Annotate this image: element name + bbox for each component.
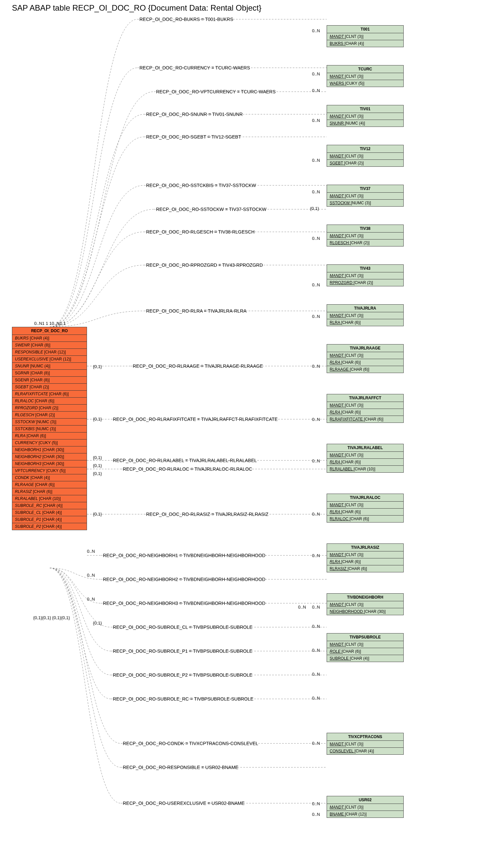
field-waers: WAERS [CUKY (5)]	[327, 80, 403, 87]
entity-header: RECP_OI_DOC_RO	[12, 327, 87, 335]
entity-header: USR02	[327, 796, 403, 804]
field-sstckbis: SSTCKBIS [NUMC (3)]	[12, 426, 87, 433]
entity-header: TIV43	[327, 265, 403, 272]
field-userexclusive: USEREXCLUSIVE [CHAR (12)]	[12, 356, 87, 363]
cardinality-label: 0..N	[87, 597, 95, 601]
cardinality-label: {0,1}	[93, 621, 102, 625]
relation-label: RECP_OI_DOC_RO-NEIGHBORH1 = TIVBDNEIGHBO…	[103, 553, 265, 558]
cardinality-label: {0,1}	[310, 206, 319, 211]
cardinality-label: 0..N	[312, 189, 320, 194]
entity-tivxcptracons: TIVXCPTRACONSMANDT [CLNT (3)]CONSLEVEL […	[327, 733, 404, 755]
cardinality-label: 0..N	[312, 236, 320, 241]
cardinality-label: 0..N	[312, 695, 320, 701]
relation-label: RECP_OI_DOC_RO-RLRALOC = TIVAJRLRALOC-RL…	[123, 466, 252, 472]
field-rlraage: RLRAAGE [CHAR (6)]	[327, 366, 403, 373]
field-sgenr: SGENR [CHAR (8)]	[12, 377, 87, 384]
cardinality-label: {0,1}	[93, 416, 102, 422]
field-neighborh3: NEIGHBORH3 [CHAR (30)]	[12, 460, 87, 467]
field-mandt: MANDT [CLNT (3)]	[327, 312, 403, 319]
entity-t001: T001MANDT [CLNT (3)]BUKRS [CHAR (4)]	[327, 25, 404, 47]
relation-label: RECP_OI_DOC_RO-RESPONSIBLE = USR02-BNAME	[123, 765, 238, 770]
field-bukrs: BUKRS [CHAR (4)]	[327, 40, 403, 47]
cardinality-label: 0..N	[298, 604, 306, 610]
relation-label: RECP_OI_DOC_RO-RLRALABEL = TIVAJRLRALABE…	[113, 458, 257, 463]
field-neighborhood: NEIGHBORHOOD [CHAR (30)]	[327, 608, 403, 615]
field-snunr: SNUNR [NUMC (4)]	[12, 363, 87, 370]
relation-label: RECP_OI_DOC_RO-USEREXCLUSIVE = USR02-BNA…	[123, 801, 245, 806]
field-bname: BNAME [CHAR (12)]	[327, 811, 403, 817]
field-rlraage: RLRAAGE [CHAR (6)]	[12, 481, 87, 488]
cardinality-label: 0..N	[312, 741, 320, 746]
cardinality-label: 0..N	[87, 573, 95, 578]
relation-label: RECP_OI_DOC_RO-RLRA = TIVAJRLRA-RLRA	[146, 308, 247, 314]
cardinality-label: 0..N	[312, 282, 320, 287]
field-rlrafixfitcate: RLRAFIXFITCATE [CHAR (6)]	[12, 391, 87, 398]
cardinality-label: {0,1}	[93, 364, 102, 369]
entity-header: TIV12	[327, 145, 403, 153]
field-subrole_p1: SUBROLE_P1 [CHAR (4)]	[12, 516, 87, 523]
relation-label: RECP_OI_DOC_RO-CONDK = TIVXCPTRACONS-CON…	[123, 741, 258, 746]
relation-label: RECP_OI_DOC_RO-RPROZGRD = TIV43-RPROZGRD	[146, 262, 263, 268]
field-rlralabel: RLRALABEL [CHAR (10)]	[327, 466, 403, 472]
entity-header: TIVBDNEIGHBORH	[327, 594, 403, 601]
field-bukrs: BUKRS [CHAR (4)]	[12, 335, 87, 342]
relation-label: RECP_OI_DOC_RO-SSTOCKW = TIV37-SSTOCKW	[156, 207, 266, 212]
entity-tiv12: TIV12MANDT [CLNT (3)]SGEBT [CHAR (2)]	[327, 145, 404, 167]
entity-header: TIV01	[327, 105, 403, 113]
field-rprozgrd: RPROZGRD [CHAR (2)]	[327, 279, 403, 286]
relation-label: RECP_OI_DOC_RO-SGEBT = TIV12-SGEBT	[146, 134, 241, 140]
cardinality-label: {0,1}	[93, 463, 102, 468]
field-responsible: RESPONSIBLE [CHAR (12)]	[12, 349, 87, 356]
field-mandt: MANDT [CLNT (3)]	[327, 33, 403, 40]
field-mandt: MANDT [CLNT (3)]	[327, 741, 403, 748]
cardinality-label: 0..N	[312, 314, 320, 319]
field-vptcurrency: VPTCURRENCY [CUKY (5)]	[12, 467, 87, 474]
entity-tiv37: TIV37MANDT [CLNT (3)]SSTOCKW [NUMC (3)]	[327, 185, 404, 207]
relation-label: RECP_OI_DOC_RO-RLRAFIXFITCATE = TIVAJRLR…	[113, 416, 278, 422]
relation-label: RECP_OI_DOC_RO-RLGESCH = TIV38-RLGESCH	[146, 229, 255, 235]
field-rlra: RLRA [CHAR (6)]	[327, 359, 403, 366]
field-mandt: MANDT [CLNT (3)]	[327, 193, 403, 199]
field-sgrnr: SGRNR [CHAR (8)]	[12, 370, 87, 377]
field-neighborh2: NEIGHBORH2 [CHAR (30)]	[12, 454, 87, 460]
field-rlra: RLRA [CHAR (6)]	[327, 459, 403, 466]
field-snunr: SNUNR [NUMC (4)]	[327, 120, 403, 127]
field-rlralabel: RLRALABEL [CHAR (10)]	[12, 495, 87, 502]
field-rlra: RLRA [CHAR (6)]	[12, 433, 87, 439]
entity-tiv43: TIV43MANDT [CLNT (3)]RPROZGRD [CHAR (2)]	[327, 265, 404, 286]
cardinality-label: {0,1}	[93, 455, 102, 460]
cardinality-label: 0..N	[312, 624, 320, 629]
entity-usr02: USR02MANDT [CLNT (3)]BNAME [CHAR (12)]	[327, 796, 404, 818]
cardinality-label: 0..N	[312, 364, 320, 369]
field-mandt: MANDT [CLNT (3)]	[327, 601, 403, 608]
entity-header: TIVAJRLRAAGE	[327, 344, 403, 352]
field-rlra: RLRA [CHAR (6)]	[327, 558, 403, 565]
field-sstockw: SSTOCKW [NUMC (3)]	[327, 199, 403, 206]
cardinality-label: 0..N1 1 10..N1 1	[34, 321, 66, 326]
relation-label: RECP_OI_DOC_RO-NEIGHBORH3 = TIVBDNEIGHBO…	[103, 600, 265, 606]
entity-header: T001	[327, 26, 403, 33]
field-subrole_rc: SUBROLE_RC [CHAR (4)]	[12, 502, 87, 509]
relation-label: RECP_OI_DOC_RO-SUBROLE_P1 = TIVBPSUBROLE…	[113, 648, 252, 654]
field-currency: CURRENCY [CUKY (5)]	[12, 439, 87, 446]
field-mandt: MANDT [CLNT (3)]	[327, 502, 403, 508]
cardinality-label: 0..N	[312, 648, 320, 653]
field-mandt: MANDT [CLNT (3)]	[327, 402, 403, 409]
relation-label: RECP_OI_DOC_RO-SUBROLE_P2 = TIVBPSUBROLE…	[113, 672, 252, 678]
relation-label: RECP_OI_DOC_RO-BUKRS = T001-BUKRS	[139, 17, 233, 22]
entity-tivajrlralabel: TIVAJRLRALABELMANDT [CLNT (3)]RLRA [CHAR…	[327, 444, 404, 473]
entity-tivajrlrasiz: TIVAJRLRASIZMANDT [CLNT (3)]RLRA [CHAR (…	[327, 544, 404, 572]
entity-header: TCURC	[327, 65, 403, 73]
cardinality-label: 0..N	[312, 672, 320, 677]
field-neighborh1: NEIGHBORH1 [CHAR (30)]	[12, 446, 87, 454]
entity-tivajrlraloc: TIVAJRLRALOCMANDT [CLNT (3)]RLRA [CHAR (…	[327, 494, 404, 523]
relation-label: RECP_OI_DOC_RO-SSTCKBIS = TIV37-SSTOCKW	[146, 183, 256, 188]
relation-label: RECP_OI_DOC_RO-RLRAAGE = TIVAJRLRAAGE-RL…	[133, 364, 263, 369]
cardinality-label: 0..N	[312, 88, 320, 93]
field-rlrasiz: RLRASIZ [CHAR (6)]	[12, 488, 87, 495]
cardinality-label: {0,1}	[93, 512, 102, 517]
field-mandt: MANDT [CLNT (3)]	[327, 73, 403, 80]
entity-recp-oi-doc-ro: RECP_OI_DOC_RO BUKRS [CHAR (4)]SWENR [CH…	[12, 327, 87, 530]
entity-header: TIVAJRLRALOC	[327, 494, 403, 502]
entity-tiv38: TIV38MANDT [CLNT (3)]RLGESCH [CHAR (2)]	[327, 224, 404, 246]
